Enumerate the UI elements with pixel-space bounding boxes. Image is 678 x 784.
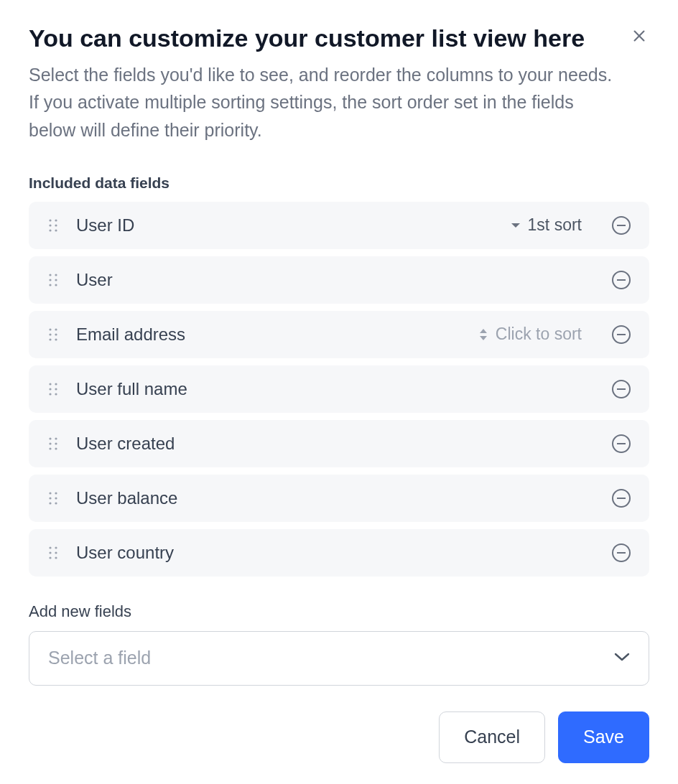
svg-point-47 (55, 502, 57, 504)
svg-point-50 (49, 546, 51, 549)
remove-icon (611, 325, 631, 345)
svg-point-15 (55, 284, 57, 286)
field-row[interactable]: Email address Click to sort (29, 311, 649, 358)
add-new-fields-label: Add new fields (29, 602, 649, 621)
field-row[interactable]: User created (29, 420, 649, 467)
svg-point-18 (49, 328, 51, 330)
drag-handle-icon (48, 436, 58, 452)
svg-point-23 (55, 338, 57, 340)
drag-handle-icon (48, 327, 58, 342)
svg-point-10 (49, 274, 51, 276)
drag-handle[interactable] (46, 325, 60, 345)
close-icon (631, 28, 647, 44)
remove-field-button[interactable] (610, 215, 632, 236)
field-name-label: User country (76, 543, 610, 563)
remove-field-button[interactable] (610, 542, 632, 564)
svg-point-27 (55, 383, 57, 385)
svg-point-14 (49, 284, 51, 286)
remove-field-button[interactable] (610, 433, 632, 454)
sort-toggle[interactable]: 1st sort (511, 215, 582, 235)
svg-point-20 (49, 333, 51, 335)
field-name-label: Email address (76, 325, 478, 345)
sort-toggle[interactable]: Click to sort (478, 325, 582, 344)
svg-point-13 (55, 279, 57, 281)
remove-field-button[interactable] (610, 378, 632, 400)
svg-point-3 (55, 219, 57, 221)
svg-point-28 (49, 388, 51, 390)
select-placeholder: Select a field (48, 648, 151, 668)
drag-handle-icon (48, 545, 58, 561)
drag-handle[interactable] (46, 379, 60, 399)
remove-icon (611, 488, 631, 508)
svg-point-21 (55, 333, 57, 335)
svg-point-22 (49, 338, 51, 340)
svg-point-37 (55, 442, 57, 444)
fields-list: User ID 1st sort User (29, 202, 649, 577)
svg-point-4 (49, 224, 51, 226)
field-row[interactable]: User ID 1st sort (29, 202, 649, 249)
svg-point-53 (55, 551, 57, 554)
field-row[interactable]: User country (29, 529, 649, 577)
svg-point-5 (55, 224, 57, 226)
sort-label: Click to sort (496, 325, 582, 344)
caret-down-icon (511, 222, 521, 229)
remove-field-button[interactable] (610, 269, 632, 291)
field-name-label: User (76, 270, 610, 290)
sort-label: 1st sort (528, 215, 582, 235)
remove-icon (611, 379, 631, 399)
drag-handle-icon (48, 381, 58, 397)
field-name-label: User ID (76, 215, 511, 235)
dialog-footer: Cancel Save (29, 711, 649, 763)
dialog-subtitle: Select the fields you'd like to see, and… (29, 61, 618, 144)
svg-point-29 (55, 388, 57, 390)
drag-handle[interactable] (46, 488, 60, 508)
svg-point-7 (55, 229, 57, 231)
drag-handle[interactable] (46, 543, 60, 563)
sort-both-icon (478, 327, 488, 342)
svg-point-35 (55, 437, 57, 439)
remove-icon (611, 434, 631, 454)
field-row[interactable]: User (29, 256, 649, 304)
drag-handle[interactable] (46, 270, 60, 290)
svg-point-39 (55, 447, 57, 449)
chevron-down-icon (614, 652, 630, 665)
svg-point-31 (55, 393, 57, 395)
field-row[interactable]: User full name (29, 365, 649, 413)
field-name-label: User balance (76, 488, 610, 508)
svg-point-46 (49, 502, 51, 504)
svg-point-55 (55, 556, 57, 559)
svg-point-45 (55, 497, 57, 499)
svg-point-42 (49, 492, 51, 494)
svg-point-44 (49, 497, 51, 499)
drag-handle-icon (48, 272, 58, 288)
remove-field-button[interactable] (610, 487, 632, 509)
cancel-button[interactable]: Cancel (439, 711, 545, 763)
drag-handle[interactable] (46, 434, 60, 454)
remove-icon (611, 215, 631, 235)
field-name-label: User created (76, 434, 610, 454)
svg-point-54 (49, 556, 51, 559)
svg-point-12 (49, 279, 51, 281)
remove-icon (611, 543, 631, 563)
svg-point-2 (49, 219, 51, 221)
drag-handle-icon (48, 218, 58, 233)
dialog-title: You can customize your customer list vie… (29, 23, 585, 54)
remove-icon (611, 270, 631, 290)
close-button[interactable] (629, 26, 649, 46)
drag-handle[interactable] (46, 215, 60, 235)
svg-point-19 (55, 328, 57, 330)
svg-point-52 (49, 551, 51, 554)
svg-point-26 (49, 383, 51, 385)
svg-point-11 (55, 274, 57, 276)
svg-point-43 (55, 492, 57, 494)
svg-point-34 (49, 437, 51, 439)
svg-point-36 (49, 442, 51, 444)
drag-handle-icon (48, 490, 58, 506)
remove-field-button[interactable] (610, 324, 632, 345)
svg-point-38 (49, 447, 51, 449)
svg-point-6 (49, 229, 51, 231)
field-row[interactable]: User balance (29, 475, 649, 522)
add-field-select[interactable]: Select a field (29, 631, 649, 686)
included-fields-label: Included data fields (29, 174, 649, 192)
save-button[interactable]: Save (558, 711, 649, 763)
